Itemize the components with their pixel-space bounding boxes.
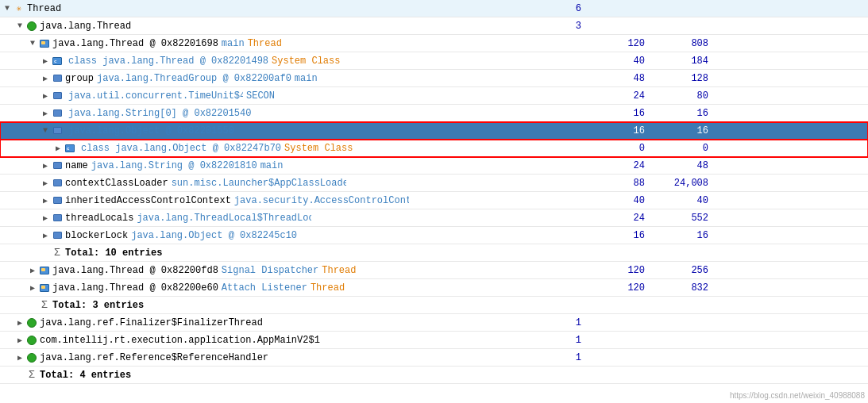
field-icon: [51, 212, 64, 225]
tree-row[interactable]: ▶java.lang.ref.Reference$ReferenceHandle…: [0, 349, 868, 367]
class-field-icon: c: [51, 55, 64, 67]
tree-row[interactable]: ▶java.lang.ref.Finalizer$FinalizerThread…: [0, 314, 868, 332]
row-label: ▼ java.lang.Object @ 0x82201550: [0, 125, 524, 137]
watermark: https://blog.csdn.net/weixin_40988088: [730, 391, 865, 400]
col-retained: 16: [651, 230, 715, 241]
col-count: 6: [524, 3, 588, 14]
expand-btn[interactable]: ▶: [14, 352, 25, 363]
label-main: name: [65, 160, 88, 171]
total-label: Total: 4 entries: [40, 370, 131, 381]
row-label: ▶ java.util.concurrent.TimeUnit$4 @ 0x82…: [0, 90, 524, 102]
col-retained: 80: [651, 90, 715, 102]
expand-btn[interactable]: ▶: [14, 317, 25, 328]
expand-btn[interactable]: ▶: [40, 160, 51, 171]
row-label: ▼✳Thread: [0, 2, 524, 15]
expand-btn[interactable]: ▶: [52, 143, 64, 154]
expand-btn[interactable]: ▼: [2, 3, 13, 14]
expand-btn[interactable]: ▼: [14, 21, 25, 32]
tree-row[interactable]: ▶contextClassLoader sun.misc.Launcher$Ap…: [0, 175, 868, 192]
label-extra: Signal Dispatcher: [222, 265, 318, 276]
expand-btn[interactable]: ▶: [27, 282, 38, 294]
col-shallow: 24: [588, 160, 651, 171]
field-icon: [51, 125, 64, 137]
obj-icon: [38, 37, 51, 50]
expand-btn[interactable]: ▶: [14, 335, 25, 346]
expand-btn[interactable]: ▼: [27, 38, 38, 49]
label-named: main: [295, 73, 318, 84]
row-label: ▼java.lang.Thread @ 0x82201698 mainThrea…: [0, 37, 524, 50]
label-main: java.lang.Thread @ 0x82200e60: [52, 282, 218, 294]
field-icon: [51, 194, 64, 207]
label-extra: main: [222, 38, 245, 49]
tree-row[interactable]: ▶java.lang.Thread @ 0x82200fd8 Signal Di…: [0, 262, 868, 279]
col-retained: 184: [651, 56, 715, 67]
label-named: SECON: [246, 90, 275, 102]
col-shallow: 120: [588, 38, 651, 49]
tree-row[interactable]: ▶group java.lang.ThreadGroup @ 0x82200af…: [0, 70, 868, 87]
col-shallow: 16: [588, 108, 651, 119]
label-extra: java.lang.ThreadLocal$ThreadLocalMap @ 0…: [137, 213, 311, 224]
label-extra: java.lang.ThreadGroup @ 0x82200af0: [97, 73, 291, 84]
tree-row[interactable]: ▶ java.lang.String[0] @ 0x82201540 16 16: [0, 105, 868, 122]
tree-row[interactable]: ΣTotal: 10 entries: [0, 244, 868, 262]
expand-btn[interactable]: ▶: [40, 90, 51, 102]
label-extra: sun.misc.Launcher$AppClassLoader @ 0x822…: [172, 178, 346, 189]
col-retained: 16: [651, 108, 715, 119]
col-retained: 24,008: [651, 178, 715, 189]
tree-row[interactable]: ΣTotal: 3 entries: [0, 297, 868, 314]
tree-row[interactable]: ▶threadLocals java.lang.ThreadLocal$Thre…: [0, 209, 868, 227]
row-label: ▶inheritedAccessControlContext java.secu…: [0, 194, 524, 207]
tree-row[interactable]: ▼ java.lang.Object @ 0x82201550 16 16: [0, 122, 868, 140]
tree-row[interactable]: ▶c class java.lang.Object @ 0x82247b70Sy…: [0, 140, 868, 157]
thread-icon: ✳: [13, 2, 25, 15]
label-main: threadLocals: [65, 213, 133, 224]
field-icon: [51, 107, 64, 120]
tree-row[interactable]: ▶blockerLock java.lang.Object @ 0x82245c…: [0, 227, 868, 244]
sum-icon: Σ: [25, 369, 38, 382]
row-label: ▶java.lang.ref.Finalizer$FinalizerThread: [0, 317, 524, 329]
tree-row[interactable]: ▶com.intellij.rt.execution.application.A…: [0, 332, 868, 349]
expand-btn[interactable]: ▶: [40, 108, 51, 119]
expand-btn[interactable]: ▶: [40, 73, 51, 84]
label-main: java.lang.ref.Reference$ReferenceHandler: [40, 352, 268, 363]
tree-row[interactable]: ▶java.lang.Thread @ 0x82200e60 Attach Li…: [0, 279, 868, 297]
expand-btn[interactable]: ▶: [40, 178, 51, 189]
tree-row[interactable]: ▶ java.util.concurrent.TimeUnit$4 @ 0x82…: [0, 87, 868, 105]
expand-btn[interactable]: ▶: [40, 195, 51, 206]
row-label: ▶java.lang.Thread @ 0x82200e60 Attach Li…: [0, 282, 524, 294]
col-shallow: 0: [588, 143, 651, 154]
total-label: Total: 10 entries: [65, 248, 162, 259]
label-main: java.lang.ref.Finalizer$FinalizerThread: [40, 317, 263, 328]
row-label: ▶com.intellij.rt.execution.application.A…: [0, 334, 524, 347]
expand-btn[interactable]: ▶: [40, 230, 51, 241]
tree-row[interactable]: ΣTotal: 4 entries: [0, 367, 868, 384]
expand-btn[interactable]: ▶: [40, 213, 51, 224]
tree-row[interactable]: ▶name java.lang.String @ 0x82201810 main…: [0, 157, 868, 175]
label-main: inheritedAccessControlContext: [65, 195, 231, 206]
tree-row[interactable]: ▶inheritedAccessControlContext java.secu…: [0, 192, 868, 209]
field-icon: [51, 177, 64, 190]
col-count: 1: [524, 352, 588, 363]
row-label: ▶java.lang.Thread @ 0x82200fd8 Signal Di…: [0, 264, 524, 277]
col-shallow: 120: [588, 265, 651, 276]
row-label: ▶c class java.lang.Object @ 0x82247b70Sy…: [0, 142, 524, 155]
tree-row[interactable]: ▶c class java.lang.Thread @ 0x82201498Sy…: [0, 52, 868, 70]
expand-btn[interactable]: ▼: [40, 125, 51, 136]
tree-row[interactable]: ▼java.lang.Thread 3: [0, 17, 868, 35]
expand-btn[interactable]: ▶: [27, 265, 38, 276]
col-shallow: 40: [588, 195, 651, 206]
tree-row[interactable]: ▼java.lang.Thread @ 0x82201698 mainThrea…: [0, 35, 868, 52]
label-main: java.lang.Thread: [40, 21, 131, 32]
col-retained: 552: [651, 213, 715, 224]
tree-row[interactable]: ▼✳Thread 6: [0, 0, 868, 17]
col-retained: 48: [651, 160, 715, 171]
row-label: ▶blockerLock java.lang.Object @ 0x82245c…: [0, 229, 524, 242]
field-icon: [51, 90, 64, 102]
col-shallow: 24: [588, 213, 651, 224]
label-extra: java.lang.Object @ 0x82245c10: [131, 230, 297, 241]
row-label: ▶ java.lang.String[0] @ 0x82201540: [0, 107, 524, 120]
green-circle-icon: [25, 20, 38, 33]
expand-btn[interactable]: ▶: [40, 56, 51, 67]
label-main: blockerLock: [65, 230, 128, 241]
label-type: Thread: [322, 265, 356, 276]
